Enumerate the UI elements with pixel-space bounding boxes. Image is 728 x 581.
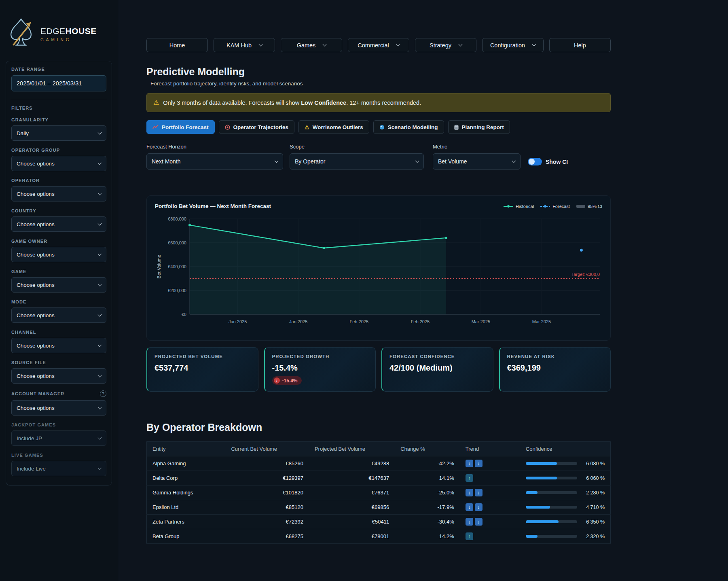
nav-strategy[interactable]: Strategy — [415, 38, 476, 52]
sidebar: EDGEHOUSE GAMING DATE RANGE 2025/01/01 –… — [0, 0, 118, 581]
scope-select[interactable]: By Operator — [290, 153, 424, 170]
kpi-value: €369,199 — [507, 363, 603, 373]
chevron-down-icon — [415, 159, 419, 163]
metric-select[interactable]: Bet Volume — [433, 153, 521, 170]
show-ci-toggle[interactable]: Show CI — [528, 158, 568, 165]
col-header-projected-bet-volume: Projected Bet Volume — [309, 442, 395, 456]
kpi-label: REVENUE AT RISK — [507, 354, 603, 359]
game-owner-select[interactable]: Choose options — [11, 247, 106, 262]
clipboard-icon — [454, 125, 459, 130]
chevron-down-icon — [98, 373, 102, 377]
nav-commercial[interactable]: Commercial — [348, 38, 409, 52]
trend-cell: ↓↓ — [460, 500, 520, 515]
filter-group-source-file: SOURCE FILEChoose options — [11, 360, 106, 384]
change-cell: -42.2% — [395, 456, 460, 471]
current-volume-cell: €85120 — [225, 500, 309, 515]
kpi-value: €537,774 — [154, 363, 251, 373]
kpi-label: PROJECTED BET VOLUME — [154, 354, 251, 359]
trend-cell: ↑ — [460, 471, 520, 486]
entity-cell: Beta Group — [147, 529, 226, 544]
filters-title: FILTERS — [11, 106, 106, 110]
trend-cell: ↓↓ — [460, 456, 520, 471]
filter-group-jackpot-games: JACKPOT GAMESInclude JP — [11, 422, 106, 446]
tab-scenario-modelling[interactable]: Scenario Modelling — [373, 120, 444, 134]
confidence-cell: 4 710 % — [520, 500, 611, 515]
svg-text:Feb 2025: Feb 2025 — [411, 319, 430, 324]
svg-text:Feb 2025: Feb 2025 — [350, 319, 368, 324]
scope-label: Scope — [290, 144, 424, 150]
spade-logo-icon — [6, 16, 36, 52]
change-cell: 14.2% — [395, 529, 460, 544]
forecast-controls: Forecast Horizon Next Month Scope By Ope… — [146, 144, 611, 170]
confidence-value: 2 280 % — [581, 490, 605, 496]
tab-worrisome-outliers[interactable]: ⚠Worrisome Outliers — [298, 120, 369, 134]
chevron-down-icon — [459, 42, 463, 47]
trend-down-icon: ↓ — [475, 489, 483, 496]
filter-group-channel: CHANNELChoose options — [11, 330, 106, 353]
filter-label-channel: CHANNEL — [11, 330, 36, 335]
filter-group-country: COUNTRYChoose options — [11, 208, 106, 232]
chart-title: Portfolio Bet Volume — Next Month Foreca… — [155, 203, 271, 209]
projected-volume-cell: €76371 — [309, 486, 395, 500]
divider — [11, 99, 107, 99]
svg-text:Target: €300,0: Target: €300,0 — [571, 272, 600, 277]
operator-group-select[interactable]: Choose options — [11, 156, 106, 171]
forecast-horizon-select[interactable]: Next Month — [146, 153, 283, 170]
kpi-card-projected-growth: PROJECTED GROWTH-15.4%↓-15.4% — [264, 347, 376, 392]
chart-legend: HistoricalForecast95% CI — [504, 204, 602, 209]
filter-group-mode: MODEChoose options — [11, 299, 106, 323]
current-volume-cell: €72392 — [225, 515, 309, 529]
chevron-down-icon — [98, 343, 102, 347]
filter-panel: DATE RANGE 2025/01/01 – 2025/03/31 FILTE… — [6, 61, 112, 486]
filter-label-country: COUNTRY — [11, 208, 36, 213]
game-select[interactable]: Choose options — [11, 277, 106, 293]
nav-configuration[interactable]: Configuration — [482, 38, 544, 52]
filter-label-jackpot-games: JACKPOT GAMES — [11, 422, 56, 427]
confidence-cell: 2 320 % — [520, 529, 611, 544]
current-volume-cell: €68275 — [225, 529, 309, 544]
svg-text:€0: €0 — [182, 312, 186, 317]
chevron-down-icon — [98, 405, 102, 409]
confidence-cell: 6 350 % — [520, 515, 611, 529]
entity-cell: Zeta Partners — [147, 515, 226, 529]
tab-portfolio-forecast[interactable]: Portfolio Forecast — [146, 120, 215, 134]
chevron-down-icon — [259, 42, 263, 47]
confidence-value: 4 710 % — [581, 505, 605, 510]
nav-home[interactable]: Home — [146, 38, 208, 52]
target-icon — [225, 125, 230, 130]
tab-operator-trajectories[interactable]: Operator Trajectories — [219, 120, 295, 134]
source-file-select[interactable]: Choose options — [11, 368, 106, 384]
tab-planning-report[interactable]: Planning Report — [448, 120, 510, 134]
filter-group-game: GAMEChoose options — [11, 269, 106, 293]
entity-cell: Delta Corp — [147, 471, 226, 486]
kpi-card-projected-bet-volume: PROJECTED BET VOLUME€537,774 — [146, 347, 258, 392]
nav-help[interactable]: Help — [549, 38, 611, 52]
filter-label-live-games: LIVE GAMES — [11, 453, 43, 458]
svg-text:€800,000: €800,000 — [168, 216, 186, 221]
operator-select[interactable]: Choose options — [11, 186, 106, 201]
mode-select[interactable]: Choose options — [11, 307, 106, 323]
projected-volume-cell: €78001 — [309, 529, 395, 544]
entity-cell: Gamma Holdings — [147, 486, 226, 500]
channel-select[interactable]: Choose options — [11, 338, 106, 353]
date-range-input[interactable]: 2025/01/01 – 2025/03/31 — [11, 75, 106, 91]
filter-group-operator: OPERATORChoose options — [11, 178, 106, 201]
filter-label-granularity: GRANULARITY — [11, 117, 49, 122]
jackpot-games-select[interactable]: Include JP — [11, 430, 106, 446]
help-icon[interactable]: ? — [100, 390, 106, 397]
granularity-select[interactable]: Daily — [11, 125, 106, 141]
account-manager-select[interactable]: Choose options — [11, 400, 106, 416]
nav-games[interactable]: Games — [281, 38, 342, 52]
live-games-select[interactable]: Include Live — [11, 461, 106, 476]
chevron-down-icon — [98, 161, 102, 165]
warning-icon: ⚠ — [153, 99, 159, 106]
country-select[interactable]: Choose options — [11, 216, 106, 232]
svg-text:Mar 2025: Mar 2025 — [472, 319, 490, 324]
kpi-cards: PROJECTED BET VOLUME€537,774PROJECTED GR… — [146, 347, 611, 392]
legend-item-historical: Historical — [504, 204, 534, 209]
nav-kam-hub[interactable]: KAM Hub — [214, 38, 275, 52]
forecast-chart-panel: Portfolio Bet Volume — Next Month Foreca… — [146, 195, 611, 341]
entity-cell: Alpha Gaming — [147, 456, 226, 471]
filter-label-game: GAME — [11, 269, 26, 274]
svg-text:€400,000: €400,000 — [168, 264, 186, 269]
